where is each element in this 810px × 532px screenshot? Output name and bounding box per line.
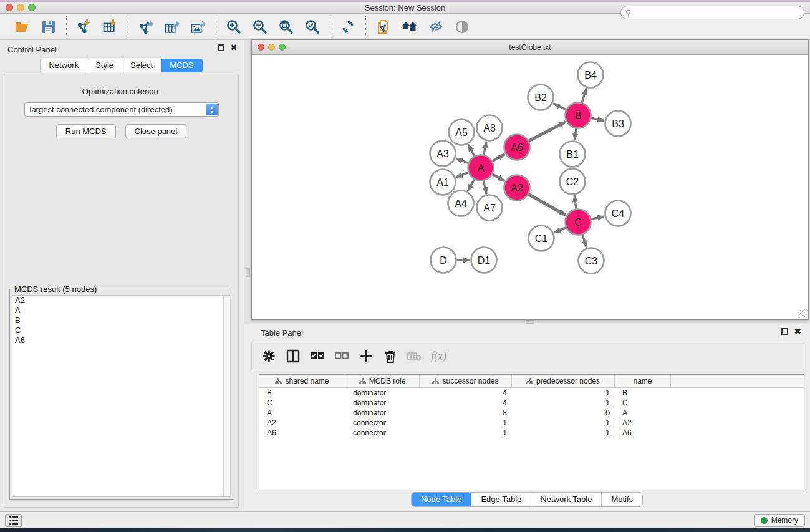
add-column-button[interactable] [357,347,375,365]
node-A1[interactable]: A1 [430,170,456,195]
memory-button[interactable]: Memory [754,514,805,527]
column-header-MCDS-role[interactable]: MCDS role [345,375,420,387]
column-header-predecessor-nodes[interactable]: predecessor nodes [512,375,615,387]
result-list-item[interactable]: C [12,326,230,336]
column-header-shared-name[interactable]: shared name [259,375,345,387]
edge-B-B4[interactable] [582,89,586,103]
zoom-in-button[interactable] [223,17,245,37]
import-table-button[interactable] [99,17,122,37]
tab-select[interactable]: Select [122,59,161,72]
close-table-panel-icon[interactable]: ✖ [794,328,801,335]
node-B[interactable]: B [566,103,591,128]
tab-edge-table[interactable]: Edge Table [471,493,531,506]
close-network-button[interactable] [258,44,264,51]
tab-node-table[interactable]: Node Table [412,493,472,506]
export-image-button[interactable] [187,17,210,37]
tab-network-table[interactable]: Network Table [531,493,602,506]
edge-A2-C[interactable] [529,195,566,215]
export-table-button[interactable] [161,17,183,37]
run-mcds-button[interactable]: Run MCDS [56,124,116,138]
node-C3[interactable]: C3 [579,248,604,274]
select-all-button[interactable] [308,347,327,365]
mcds-result-list[interactable]: A2ABCA6 [12,295,231,497]
node-A4[interactable]: A4 [448,191,474,216]
edge-A-A7[interactable] [484,181,487,194]
edge-A-A1[interactable] [456,173,468,177]
network-canvas[interactable]: B4B2BB3A5A8A6B1A3AC2A1A2A4A7C4CC1C3DD1 [252,55,808,319]
node-B2[interactable]: B2 [528,85,554,110]
edge-A-A5[interactable] [468,145,475,156]
close-panel-icon[interactable]: ✖ [230,44,238,51]
network-graph[interactable]: B4B2BB3A5A8A6B1A3AC2A1A2A4A7C4CC1C3DD1 [252,55,808,319]
open-file-button[interactable] [11,17,34,37]
tab-network[interactable]: Network [40,59,87,72]
node-C1[interactable]: C1 [529,226,554,251]
close-panel-button[interactable]: Close panel [125,124,187,138]
float-table-panel-icon[interactable] [781,328,788,335]
settings-button[interactable] [259,347,278,365]
delete-table-button[interactable] [405,347,424,365]
node-A3[interactable]: A3 [430,141,456,167]
column-header-name[interactable]: name [615,375,671,387]
zoom-network-button[interactable] [279,44,286,51]
node-C4[interactable]: C4 [605,201,631,226]
table-row[interactable]: Cdominator41C [259,398,804,408]
window-resize-grip[interactable] [798,309,807,318]
close-window-button[interactable] [6,4,13,11]
table-row[interactable]: A6connector11A6 [259,428,804,438]
tab-motifs[interactable]: Motifs [602,493,642,506]
edge-B-B2[interactable] [553,104,566,110]
result-list-item[interactable]: A2 [12,296,230,306]
edge-B-B3[interactable] [591,118,604,120]
result-list-item[interactable]: A [12,306,230,316]
search-input[interactable] [620,6,804,19]
node-A6[interactable]: A6 [504,135,530,160]
result-scrollbar[interactable] [223,296,230,496]
result-list-item[interactable]: B [12,316,230,326]
zoom-window-button[interactable] [28,4,36,11]
float-panel-icon[interactable] [218,44,224,51]
minimize-window-button[interactable] [17,4,24,11]
node-D[interactable]: D [431,248,456,273]
edge-A-A3[interactable] [456,158,468,163]
node-A8[interactable]: A8 [477,115,503,141]
delete-column-button[interactable] [381,347,400,365]
node-A2[interactable]: A2 [504,175,530,201]
node-D1[interactable]: D1 [471,248,497,273]
node-table[interactable]: shared nameMCDS rolesuccessor nodesprede… [259,374,804,490]
node-A5[interactable]: A5 [449,120,475,145]
edge-C-C2[interactable] [574,195,576,208]
table-row[interactable]: A2connector11A2 [259,418,804,428]
save-session-button[interactable] [37,17,60,37]
hide-preview-button[interactable] [425,17,447,37]
network-window-titlebar[interactable]: testGlobe.txt [252,40,808,55]
tab-style[interactable]: Style [87,59,122,72]
zoom-selected-button[interactable] [301,17,324,37]
table-row[interactable]: Adominator80A [259,408,804,418]
edge-C-C4[interactable] [591,216,604,220]
task-history-button[interactable] [5,514,22,527]
home-button[interactable] [398,17,421,37]
zoom-fit-button[interactable] [275,17,297,37]
tab-mcds[interactable]: MCDS [161,59,202,72]
criterion-select[interactable]: largest connected component (directed) ▲… [24,102,219,117]
node-B3[interactable]: B3 [605,111,631,137]
node-B4[interactable]: B4 [578,62,604,88]
fx-button[interactable]: f(x) [430,347,446,365]
node-C2[interactable]: C2 [560,169,586,195]
export-network-button[interactable] [135,17,157,37]
edge-A-A8[interactable] [484,142,487,155]
edge-A-A2[interactable] [493,174,504,181]
edge-C-C1[interactable] [554,228,566,233]
edge-B-B1[interactable] [574,128,576,140]
refresh-button[interactable] [337,17,359,37]
minimize-network-button[interactable] [268,44,275,51]
clone-network-button[interactable] [372,17,395,37]
edge-A6-B[interactable] [529,122,566,141]
vertical-splitter-grip[interactable] [246,268,250,277]
import-network-button[interactable] [73,17,95,37]
node-A7[interactable]: A7 [477,195,503,221]
table-row[interactable]: Bdominator41B [259,388,804,398]
node-C[interactable]: C [566,210,591,235]
show-preview-button[interactable] [451,17,473,37]
